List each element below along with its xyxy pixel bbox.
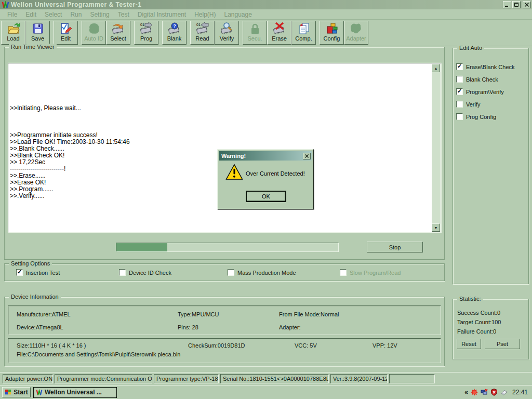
windows-logo-icon xyxy=(5,389,12,395)
menu-setting[interactable]: Setting xyxy=(86,11,113,18)
open-folder-icon xyxy=(7,22,20,35)
device-information-group: Device Information Manufacturer:ATMEL Ty… xyxy=(4,297,445,366)
checkbox-slow-program-read: Slow Program/Read xyxy=(340,269,401,276)
device-manufacturer: Manufacturer:ATMEL xyxy=(17,311,71,317)
run-time-viewer-label: Run Time Viewer xyxy=(9,44,57,50)
toolbar-separator xyxy=(78,21,82,45)
auto-id-button[interactable]: Auto ID xyxy=(82,21,106,45)
checkbox-erase-blank-check[interactable]: Erase\Blank Check xyxy=(456,63,515,70)
maximize-button[interactable] xyxy=(512,1,521,8)
device-adapter: Adapter: xyxy=(279,324,301,330)
minimize-icon xyxy=(505,3,509,7)
chip-verify-icon xyxy=(220,22,234,35)
stop-button[interactable]: Stop xyxy=(367,242,423,252)
task-button-wellon[interactable]: Wellon Universal ... xyxy=(33,387,117,398)
checkbox-box xyxy=(16,269,23,276)
checkbox-insertion-test[interactable]: Insertion Test xyxy=(16,269,60,276)
svg-text:01: 01 xyxy=(140,23,144,26)
menu-test[interactable]: Test xyxy=(114,11,134,18)
chip-erase-icon xyxy=(273,22,286,35)
menu-digital-instrument[interactable]: Digital Instrument xyxy=(134,11,190,18)
eraser-icon[interactable] xyxy=(500,389,508,396)
load-button[interactable]: Load xyxy=(1,21,25,45)
config-button[interactable]: Config xyxy=(320,21,344,45)
erase-button[interactable]: Erase xyxy=(267,21,291,45)
verify-button[interactable]: Verify xyxy=(215,21,239,45)
warning-message: Over Current Detected! xyxy=(246,170,305,177)
adapter-button[interactable]: Adapter xyxy=(344,21,368,45)
start-label: Start xyxy=(14,389,28,396)
checkbox-program-verify[interactable]: Program\Verify xyxy=(456,88,504,95)
edit-button[interactable]: Edit xyxy=(54,21,78,45)
window-title: Wellon Universal Programmer & Tester-1 xyxy=(11,1,141,8)
file-info-panel: Size:1110H * 16 ( 4 K * 16 ) CheckSum:00… xyxy=(8,338,441,363)
close-icon xyxy=(525,3,529,7)
log-line xyxy=(10,78,431,85)
checkbox-blank-check[interactable]: Blank Check xyxy=(456,76,498,83)
read-button[interactable]: 01 Read xyxy=(190,21,215,45)
checkbox-prog-config[interactable]: Prog Config xyxy=(456,113,496,120)
checkbox-device-id-check[interactable]: Device ID Check xyxy=(119,269,171,276)
save-button[interactable]: Save xyxy=(25,21,50,45)
checkbox-mass-production-mode[interactable]: Mass Production Mode xyxy=(228,269,296,276)
status-programmer-mode: Programmer mode:Communication OK! xyxy=(55,374,152,383)
log-line xyxy=(10,71,431,78)
edit-pad-icon xyxy=(59,22,73,35)
menu-help[interactable]: Help(H) xyxy=(190,11,220,18)
status-serial-number: Serial No.:1810-1551<>0A000010788E8D xyxy=(220,374,329,383)
menu-edit[interactable]: Edit xyxy=(21,11,41,18)
statistic-group: Statistic: Success Count:0 Target Count:… xyxy=(453,299,529,360)
window-controls xyxy=(503,1,531,8)
device-name: Device:ATmega8L xyxy=(17,324,63,330)
toolbar: Load Save Edit xyxy=(0,20,532,46)
toolbar-separator xyxy=(50,21,54,45)
blank-button[interactable]: ? Blank xyxy=(162,21,187,45)
checkbox-box xyxy=(456,63,463,70)
checkbox-verify[interactable]: Verify xyxy=(456,101,481,108)
svg-text:?: ? xyxy=(173,23,176,29)
log-scrollbar[interactable]: ▲ ▼ xyxy=(432,64,441,232)
scroll-down-button[interactable]: ▼ xyxy=(432,223,440,232)
checkbox-box xyxy=(119,269,126,276)
checkbox-box xyxy=(456,101,463,108)
checkbox-box xyxy=(340,269,347,276)
network-disconnected-icon[interactable] xyxy=(481,389,488,396)
menu-file[interactable]: File xyxy=(3,11,21,18)
ok-button[interactable]: OK xyxy=(246,191,286,202)
warning-dialog-titlebar[interactable]: Warning! xyxy=(219,151,312,161)
minimize-button[interactable] xyxy=(503,1,511,8)
from-file-mode: From File Mode:Normal xyxy=(279,311,339,317)
menu-run[interactable]: Run xyxy=(66,11,86,18)
device-checksum: CheckSum:0019D81D xyxy=(188,342,245,349)
failure-count: Failure Count:0 xyxy=(457,328,496,335)
security-button[interactable]: Secu. xyxy=(243,21,267,45)
title-bar: Wellon Universal Programmer & Tester-1 xyxy=(0,0,532,9)
menu-select[interactable]: Select xyxy=(41,11,66,18)
virus-scanner-icon[interactable] xyxy=(471,389,478,396)
prog-button[interactable]: 01 Prog xyxy=(134,21,158,45)
warning-dialog-title: Warning! xyxy=(221,153,246,159)
log-line xyxy=(10,118,431,125)
menu-language[interactable]: Language xyxy=(220,11,256,18)
chip-program-icon: 01 xyxy=(140,22,153,35)
status-version: Ver.:3.9.8(2007-09-12) xyxy=(330,374,388,383)
start-button[interactable]: Start xyxy=(2,387,31,397)
device-pins: Pins: 28 xyxy=(178,324,198,330)
compare-button[interactable]: ≠ Comp. xyxy=(291,21,316,45)
close-button[interactable] xyxy=(523,1,531,8)
close-icon xyxy=(305,154,309,158)
status-empty xyxy=(389,374,435,383)
status-adapter-power: Adapter power:ON xyxy=(3,374,53,383)
svg-text:01: 01 xyxy=(196,23,201,26)
warning-dialog-close-button[interactable] xyxy=(303,153,311,159)
select-button[interactable]: Select xyxy=(106,21,130,45)
device-type: Type:MPU/MCU xyxy=(178,311,219,317)
checkbox-box xyxy=(456,88,463,95)
reset-button[interactable]: Reset xyxy=(457,339,481,349)
tray-collapse-chevron[interactable]: « xyxy=(464,389,468,396)
scroll-up-button[interactable]: ▲ xyxy=(432,64,440,72)
security-alert-shield-icon[interactable] xyxy=(490,389,498,396)
floppy-disk-icon xyxy=(31,22,45,35)
pset-button[interactable]: Pset xyxy=(485,339,520,349)
wellon-app-window: Wellon Universal Programmer & Tester-1 F… xyxy=(0,0,532,399)
